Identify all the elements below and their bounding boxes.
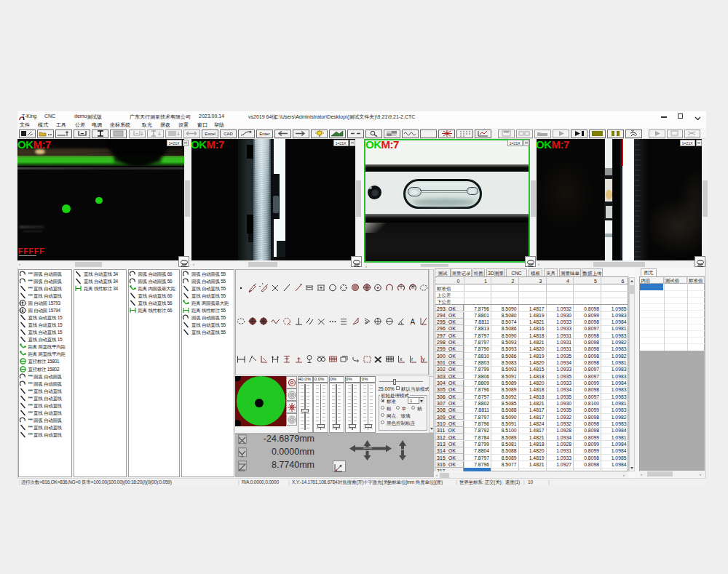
svg-text:A: A: [410, 317, 415, 325]
svg-text:r: r: [411, 356, 414, 362]
svg-text:y: y: [422, 356, 425, 362]
svg-text:x: x: [400, 356, 403, 362]
